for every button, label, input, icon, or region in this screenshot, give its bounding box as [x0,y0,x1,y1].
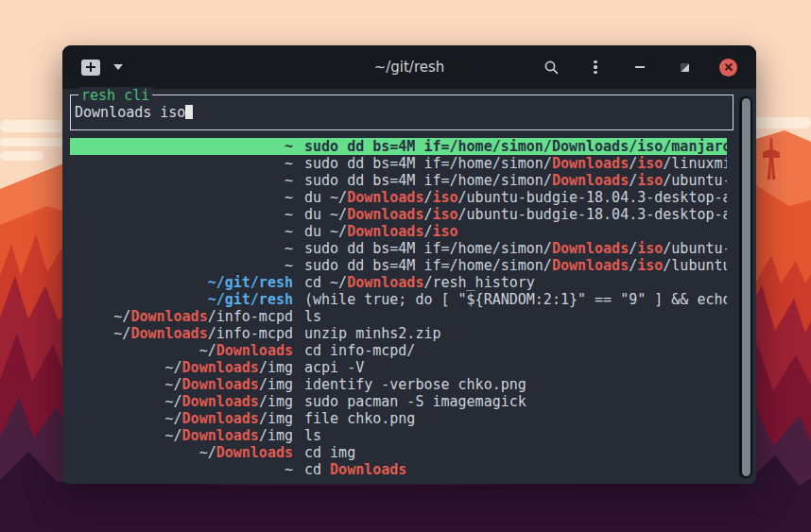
row-directory: ~ [70,155,293,172]
row-command: cd ~/Downloads/resh_history [304,274,727,291]
row-directory: ~/git/resh [70,291,293,308]
row-command: ls [304,308,727,325]
wallpaper-cloud [0,151,43,161]
row-directory: ~/Downloads/img [70,393,293,410]
titlebar-right-group [542,58,737,77]
text-cursor [185,105,193,119]
history-row[interactable]: ~sudo dd bs=4M if=/home/simon/Downloads/… [70,257,727,274]
row-directory: ~ [70,461,293,478]
search-query-text: Downloads iso [75,104,185,121]
row-directory: ~ [70,257,293,274]
row-command: du ~/Downloads/iso [304,223,727,240]
resh-cli-label: resh cli [78,87,152,104]
terminal-window: ~/git/resh resh cli Downloads iso ~s [62,45,756,484]
row-command: (while true; do [ "${RANDOM:2:1}" == "9"… [304,291,727,308]
row-command: identify -verbose chko.png [304,376,727,393]
row-command: sudo dd bs=4M if=/home/simon/Downloads/i… [304,240,727,257]
row-directory: ~ [70,206,293,223]
row-directory: ~/Downloads/img [70,410,293,427]
restore-button[interactable] [675,58,694,77]
history-row[interactable]: ~/Downloads/imgidentify -verbose chko.pn… [70,376,727,393]
row-command: sudo dd bs=4M if=/home/simon/Downloads/i… [304,155,727,172]
history-row[interactable]: ~cd Downloads [70,461,727,478]
row-directory: ~ [70,223,293,240]
search-icon[interactable] [542,58,561,77]
row-command: sudo dd bs=4M if=/home/simon/Downloads/i… [304,138,727,155]
row-directory: ~/Downloads/info-mcpd [70,325,293,342]
history-row[interactable]: ~sudo dd bs=4M if=/home/simon/Downloads/… [70,155,727,172]
titlebar-left-group [81,60,123,76]
history-row[interactable]: ~/Downloads/info-mcpdunzip minhs2.zip [70,325,727,342]
row-directory: ~ [70,172,293,189]
row-command: cd Downloads [304,461,727,478]
resh-search-box[interactable]: resh cli Downloads iso [70,94,733,130]
row-command: acpi -V [304,359,727,376]
scrollbar-track[interactable] [739,96,752,478]
new-tab-button[interactable] [81,60,100,76]
history-row[interactable]: ~/Downloads/imgacpi -V [70,359,727,376]
history-row[interactable]: ~/Downloadscd img [70,444,727,461]
history-row[interactable]: ~sudo dd bs=4M if=/home/simon/Downloads/… [70,172,727,189]
row-directory: ~/Downloads [70,342,293,359]
row-directory: ~/Downloads/img [70,427,293,444]
history-row[interactable]: ~du ~/Downloads/iso/ubuntu-budgie-18.04.… [70,189,727,206]
row-directory: ~/Downloads/img [70,359,293,376]
row-directory: ~/Downloads/img [70,376,293,393]
terminal-content: resh cli Downloads iso ~sudo dd bs=4M if… [62,89,756,484]
row-command: ls [304,427,727,444]
row-command: sudo pacman -S imagemagick [304,393,727,410]
row-directory: ~/git/resh [70,274,293,291]
row-command: file chko.png [304,410,727,427]
row-command: du ~/Downloads/iso/ubuntu-budgie-18.04.3… [304,206,727,223]
row-directory: ~ [70,138,293,155]
close-button[interactable] [719,59,737,77]
minimize-button[interactable] [630,58,649,77]
search-query-line[interactable]: Downloads iso [71,95,733,121]
row-command: cd info-mcpd/ [304,342,727,359]
menu-kebab-icon[interactable] [586,58,605,77]
history-row[interactable]: ~/Downloads/imgsudo pacman -S imagemagic… [70,393,727,410]
history-row[interactable]: ~du ~/Downloads/iso/ubuntu-budgie-18.04.… [70,206,727,223]
history-row[interactable]: ~sudo dd bs=4M if=/home/simon/Downloads/… [70,240,727,257]
history-row[interactable]: ~/Downloads/imgfile chko.png [70,410,727,427]
scrollbar-handle[interactable] [742,98,751,476]
history-row[interactable]: ~/git/reshcd ~/Downloads/resh_history [70,274,727,291]
row-command: unzip minhs2.zip [304,325,727,342]
titlebar: ~/git/resh [62,45,756,89]
history-row[interactable]: ~/Downloadscd info-mcpd/ [70,342,727,359]
row-command: cd img [304,444,727,461]
row-directory: ~/Downloads/info-mcpd [70,308,293,325]
row-command: du ~/Downloads/iso/ubuntu-budgie-18.04.3… [304,189,727,206]
history-row[interactable]: ~sudo dd bs=4M if=/home/simon/Downloads/… [70,138,727,155]
row-directory: ~ [70,189,293,206]
row-directory: ~ [70,240,293,257]
history-row[interactable]: ~/Downloads/info-mcpdls [70,308,727,325]
desktop: ~/git/resh resh cli Downloads iso ~s [0,0,811,532]
row-command: sudo dd bs=4M if=/home/simon/Downloads/i… [304,172,727,189]
chevron-down-icon[interactable] [113,64,123,70]
history-row[interactable]: ~/Downloads/imgls [70,427,727,444]
row-directory: ~/Downloads [70,444,293,461]
row-command: sudo dd bs=4M if=/home/simon/Downloads/i… [304,257,727,274]
window-title: ~/git/resh [374,59,445,76]
history-row[interactable]: ~du ~/Downloads/iso [70,223,727,240]
history-row[interactable]: ~/git/resh(while true; do [ "${RANDOM:2:… [70,291,727,308]
history-list: ~sudo dd bs=4M if=/home/simon/Downloads/… [70,138,727,478]
